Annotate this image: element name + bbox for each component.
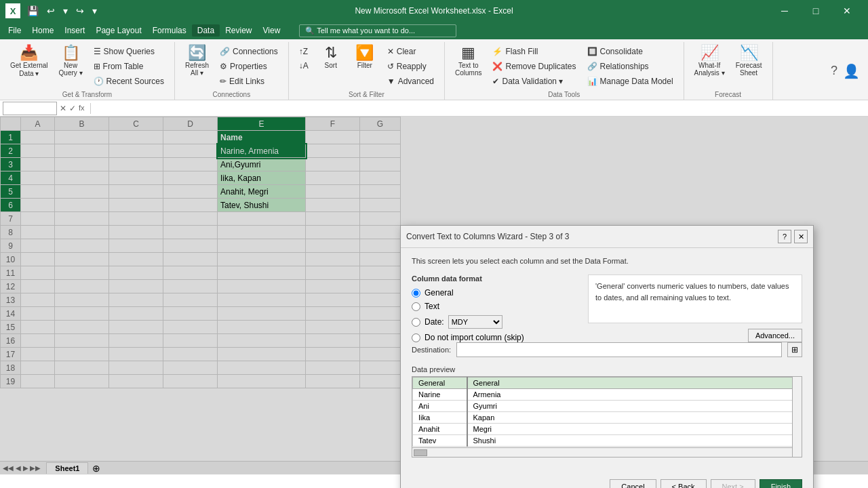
forecast-label: Forecast [690, 91, 767, 100]
redo-button[interactable]: ↪ [73, 4, 87, 18]
reapply-button[interactable]: ↺ Reapply [382, 60, 439, 73]
menu-page-layout[interactable]: Page Layout [90, 24, 146, 37]
dialog-right-panel: 'General' converts numeric values to num… [568, 274, 802, 342]
dialog-close-button[interactable]: ✕ [794, 230, 808, 243]
dialog-left-panel: Column data format General Text Date: [412, 274, 568, 342]
dialog-main-content: Column data format General Text Date: [412, 274, 802, 342]
clear-button[interactable]: ✕ Clear [382, 45, 439, 58]
h-scrollbar-thumb[interactable] [414, 449, 427, 456]
connections-button[interactable]: 🔗 Connections [215, 45, 283, 58]
formula-input[interactable]: Narine, Armenia [96, 104, 865, 113]
text-to-columns-icon: ▦ [461, 45, 475, 60]
radio-text-input[interactable] [412, 302, 420, 311]
menu-review[interactable]: Review [220, 24, 257, 37]
sort-az-button[interactable]: ↑Z [294, 45, 313, 58]
menu-file[interactable]: File [3, 24, 26, 37]
dialog-title: Convert Text to Columns Wizard - Step 3 … [406, 232, 570, 241]
preview-scrollbar-v[interactable] [792, 377, 802, 457]
confirm-formula-icon[interactable]: ✓ [69, 104, 76, 113]
account-icon[interactable]: 👤 [843, 63, 860, 79]
flash-fill-icon: ⚡ [492, 47, 502, 56]
properties-button[interactable]: ⚙ Properties [215, 60, 283, 73]
radio-skip[interactable]: Do not import column (skip) [412, 333, 568, 342]
insert-function-icon[interactable]: fx [79, 104, 85, 113]
manage-data-model-button[interactable]: 📊 Manage Data Model [583, 75, 678, 88]
preview-cell-col2-2: Kapan [467, 412, 802, 424]
radio-general[interactable]: General [412, 288, 568, 298]
filter-button[interactable]: 🔽 Filter [349, 42, 381, 73]
remove-duplicates-button[interactable]: ❌ Remove Duplicates [488, 60, 580, 73]
radio-date-input[interactable] [412, 318, 420, 327]
show-queries-button[interactable]: ☰ Show Queries [89, 45, 169, 58]
back-button[interactable]: < Back [660, 479, 707, 488]
query-options-col: ☰ Show Queries ⊞ From Table 🕐 Recent Sou… [89, 42, 169, 88]
recent-sources-button[interactable]: 🕐 Recent Sources [89, 75, 169, 88]
show-queries-icon: ☰ [94, 47, 101, 56]
radio-general-input[interactable] [412, 289, 420, 298]
what-if-analysis-button[interactable]: 📈 What-IfAnalysis ▾ [690, 42, 730, 80]
cancel-formula-icon[interactable]: ✕ [60, 104, 66, 113]
preview-scrollbar-h[interactable] [412, 447, 792, 457]
data-tools-group: ▦ Text toColumns ⚡ Flash Fill ❌ Remove D… [445, 42, 684, 100]
data-validation-button[interactable]: ✔ Data Validation ▾ [488, 75, 580, 88]
from-table-button[interactable]: ⊞ From Table [89, 60, 169, 73]
preview-cell-col2-0: Armenia [467, 389, 802, 401]
menu-view[interactable]: View [258, 24, 286, 37]
name-box[interactable]: E2 [3, 102, 57, 115]
minimize-button[interactable]: ─ [769, 0, 800, 22]
advanced-filter-button[interactable]: ▼ Advanced [382, 75, 439, 88]
get-external-data-button[interactable]: 📥 Get ExternalData ▾ [5, 42, 53, 81]
next-button[interactable]: Next > [711, 479, 755, 488]
date-format-select[interactable]: MDY [448, 315, 502, 329]
help-icon[interactable]: ? [831, 64, 837, 78]
radio-date[interactable]: Date: MDY [412, 315, 568, 329]
edit-links-button[interactable]: ✏ Edit Links [215, 75, 283, 88]
maximize-button[interactable]: □ [800, 0, 831, 22]
relationships-button[interactable]: 🔗 Relationships [583, 60, 678, 73]
preview-cell-col2-3: Megri [467, 424, 802, 435]
undo-button[interactable]: ↩ [44, 4, 58, 18]
tell-me-input[interactable]: 🔍 Tell me what you want to do... [299, 24, 456, 37]
preview-cell-col1-2: Iika [413, 412, 467, 424]
manage-data-model-icon: 📊 [587, 77, 597, 86]
forecast-sheet-button[interactable]: 📉 ForecastSheet [731, 42, 767, 80]
destination-input[interactable]: $E$2 [456, 342, 782, 357]
destination-label: Destination: [412, 346, 451, 354]
filter-options-col: ✕ Clear ↺ Reapply ▼ Advanced [382, 42, 439, 88]
flash-fill-button[interactable]: ⚡ Flash Fill [488, 45, 580, 58]
dialog-titlebar: Convert Text to Columns Wizard - Step 3 … [401, 226, 813, 248]
preview-row: IikaKapan [413, 412, 802, 424]
preview-body: NarineArmeniaAniGyumriIikaKapanAnahitMeg… [413, 389, 802, 447]
radio-skip-input[interactable] [412, 333, 420, 342]
connections-icon: 🔗 [220, 47, 230, 56]
finish-button[interactable]: Finish [760, 479, 802, 488]
radio-text-label: Text [425, 302, 439, 311]
advanced-button[interactable]: Advanced... [748, 329, 802, 342]
cancel-button[interactable]: Cancel [610, 479, 656, 488]
connections-buttons: 🔄 RefreshAll ▾ 🔗 Connections ⚙ Propertie… [180, 42, 283, 91]
dialog-help-button[interactable]: ? [778, 230, 791, 243]
ribbon-help: ? 👤 [823, 42, 868, 100]
save-button[interactable]: 💾 [24, 4, 41, 18]
menu-formulas[interactable]: Formulas [147, 24, 192, 37]
destination-picker-button[interactable]: ⊞ [787, 342, 802, 357]
menu-home[interactable]: Home [26, 24, 59, 37]
window-title: New Microsoft Excel Worksheet.xlsx - Exc… [355, 6, 513, 16]
preview-table-wrapper: General General NarineArmeniaAniGyumriIi… [412, 376, 802, 458]
refresh-all-button[interactable]: 🔄 RefreshAll ▾ [180, 42, 214, 80]
sort-za-button[interactable]: ↓A [294, 59, 313, 73]
connections-group: 🔄 RefreshAll ▾ 🔗 Connections ⚙ Propertie… [175, 42, 289, 100]
menu-insert[interactable]: Insert [59, 24, 90, 37]
sort-button[interactable]: ⇅ Sort [315, 42, 347, 73]
data-preview-label: Data preview [412, 365, 802, 373]
text-to-columns-button[interactable]: ▦ Text toColumns [450, 42, 486, 80]
radio-text[interactable]: Text [412, 302, 568, 311]
consolidate-button[interactable]: 🔲 Consolidate [583, 45, 678, 58]
new-query-button[interactable]: 📋 NewQuery ▾ [54, 42, 87, 80]
customize-button[interactable]: ▾ [90, 4, 100, 18]
data-tools-label: Data Tools [450, 91, 678, 100]
undo-dropdown[interactable]: ▾ [60, 4, 71, 18]
data-tools-small2: 🔲 Consolidate 🔗 Relationships 📊 Manage D… [583, 42, 678, 88]
menu-data[interactable]: Data [192, 24, 220, 37]
close-button[interactable]: ✕ [831, 0, 863, 22]
